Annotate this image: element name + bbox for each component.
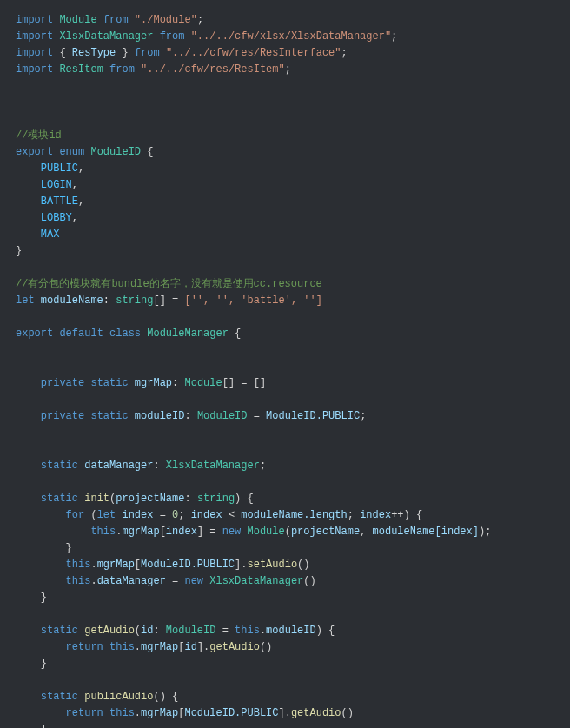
keyword-import: import xyxy=(16,30,53,43)
code-line: } xyxy=(16,542,72,554)
enum-member: MAX xyxy=(41,228,60,241)
enum-member: PUBLIC xyxy=(41,162,78,175)
enum-member: LOGIN xyxy=(41,179,72,191)
keyword-from: from xyxy=(109,63,135,76)
code-line: for (let index = 0; index < moduleName.l… xyxy=(16,509,422,521)
code-line: } xyxy=(16,245,22,257)
code-line: this.dataManager = new XlsxDataManager() xyxy=(16,575,316,587)
array-literal: ['', '', 'battle', ''] xyxy=(184,295,321,307)
code-line: import { ResType } from "../../cfw/res/R… xyxy=(16,47,348,59)
method-name: getAudio xyxy=(84,625,135,637)
comment: //模块id xyxy=(16,129,62,142)
code-line: } xyxy=(16,592,47,604)
code-line: LOBBY, xyxy=(16,212,78,224)
import-module: Module xyxy=(59,14,96,26)
code-line: static getAudio(id: ModuleID = this.modu… xyxy=(16,625,335,637)
code-line: static dataManager: XlsxDataManager; xyxy=(16,460,266,472)
code-line: PUBLIC, xyxy=(16,162,84,175)
code-line: return this.mgrMap[ModuleID.PUBLIC].getA… xyxy=(16,707,354,719)
code-line: } xyxy=(16,724,47,728)
method-name: init xyxy=(84,493,109,505)
field: dataManager xyxy=(84,460,153,472)
enum-name: ModuleID xyxy=(90,146,141,158)
import-module: XlsxDataManager xyxy=(59,30,153,43)
code-line: private static mgrMap: Module[] = [] xyxy=(16,377,266,389)
import-path: "../../cfw/xlsx/XlsxDataManager" xyxy=(191,30,391,43)
method-name: publicAudio xyxy=(84,691,153,703)
keyword-from: from xyxy=(160,30,185,43)
import-path: "../../cfw/res/ResItem" xyxy=(141,63,285,76)
code-line: static publicAudio() { xyxy=(16,691,178,703)
keyword-import: import xyxy=(16,47,53,59)
code-line: import Module from "./Module"; xyxy=(16,14,203,26)
keyword-from: from xyxy=(135,47,160,59)
comment: //有分包的模块就有bundle的名字，没有就是使用cc.resource xyxy=(16,278,322,290)
code-line: import ResItem from "../../cfw/res/ResIt… xyxy=(16,63,291,76)
code-line: LOGIN, xyxy=(16,179,78,191)
code-line: export enum ModuleID { xyxy=(16,146,153,158)
import-path: "./Module" xyxy=(135,14,197,26)
import-module: ResItem xyxy=(59,63,103,76)
enum-member: BATTLE xyxy=(41,195,78,208)
code-line: this.mgrMap[index] = new Module(projectN… xyxy=(16,526,491,538)
keyword-import: import xyxy=(16,63,53,76)
code-line: let moduleName: string[] = ['', '', 'bat… xyxy=(16,295,322,307)
code-line: BATTLE, xyxy=(16,195,84,208)
keyword-import: import xyxy=(16,14,53,26)
code-line: MAX xyxy=(16,228,59,241)
class-name: ModuleManager xyxy=(147,328,229,340)
code-line: this.mgrMap[ModuleID.PUBLIC].setAudio() xyxy=(16,559,310,571)
code-line: import XlsxDataManager from "../../cfw/x… xyxy=(16,30,397,43)
import-module: ResType xyxy=(72,47,116,59)
enum-member: LOBBY xyxy=(41,212,72,224)
code-line: return this.mgrMap[id].getAudio() xyxy=(16,641,272,653)
code-line: } xyxy=(16,658,47,670)
code-line: export default class ModuleManager { xyxy=(16,328,241,340)
field: mgrMap xyxy=(135,377,172,389)
keyword-from: from xyxy=(103,14,129,26)
code-editor: import Module from "./Module"; import Xl… xyxy=(0,0,570,728)
import-path: "../../cfw/res/ResInterface" xyxy=(166,47,341,59)
code-line: private static moduleID: ModuleID = Modu… xyxy=(16,410,366,422)
code-line: static init(projectName: string) { xyxy=(16,493,254,505)
variable: moduleName xyxy=(41,295,103,307)
field: moduleID xyxy=(135,410,185,422)
